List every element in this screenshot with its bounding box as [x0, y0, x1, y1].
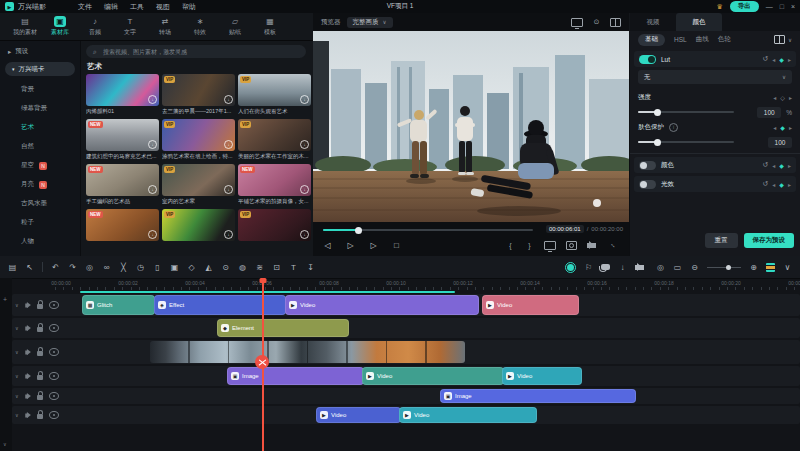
preview-viewport[interactable] — [313, 31, 629, 222]
audio-mixer-icon[interactable]: ≋ — [255, 263, 264, 272]
menu-item[interactable]: 文件 — [78, 2, 92, 12]
slider-knob[interactable] — [654, 109, 661, 116]
color-subtab[interactable]: 色轮 — [718, 35, 731, 44]
lock-icon[interactable] — [37, 351, 43, 356]
play-icon[interactable]: ▷ — [346, 241, 355, 250]
chevron-down-icon[interactable]: ∨ — [788, 37, 792, 43]
hide-icon[interactable] — [49, 301, 59, 309]
sidebar-group-stock[interactable]: ▾ 万兴喵卡 — [5, 62, 75, 76]
search-input[interactable] — [101, 48, 299, 56]
redo-icon[interactable]: ↷ — [68, 263, 77, 272]
download-icon[interactable]: ↓ — [300, 185, 309, 194]
marker-flag-icon[interactable]: ⚐ — [584, 263, 593, 272]
tab-color[interactable]: 颜色 — [676, 13, 722, 31]
download-icon[interactable]: ↓ — [148, 185, 157, 194]
display-icon[interactable] — [544, 241, 556, 250]
track-options-icon[interactable]: ∨ — [15, 373, 19, 379]
media-item[interactable]: NEW ↓ 平铺艺术家的拍摄肖像，女... — [238, 164, 311, 206]
sidebar-category[interactable]: 古风水墨 — [0, 194, 80, 213]
track-options-icon[interactable]: ∨ — [15, 393, 19, 399]
media-item[interactable]: VIP ↓ 去三藩的早晨——2017年1... — [162, 74, 235, 116]
light-toggle[interactable] — [639, 180, 656, 189]
reset-button[interactable]: 重置 — [705, 233, 738, 248]
reset-icon[interactable]: ↺ — [762, 55, 768, 63]
menu-item[interactable]: 工具 — [130, 2, 144, 12]
keyframe-next-icon[interactable]: ▸ — [788, 181, 791, 188]
download-icon[interactable]: ↓ — [224, 140, 233, 149]
clip-video[interactable]: ▶ Video — [285, 295, 479, 315]
keyframe-icon[interactable]: ◇ — [780, 94, 785, 101]
media-thumbnail[interactable]: VIP ↓ — [162, 164, 235, 196]
keyframe-prev-icon[interactable]: ◂ — [772, 162, 775, 169]
keyframe-next-icon[interactable]: ▸ — [789, 124, 792, 131]
download-icon[interactable]: ↓ — [224, 230, 233, 239]
sidebar-category[interactable]: 自然 — [0, 137, 80, 156]
mute-icon[interactable] — [25, 394, 27, 398]
media-view-icon[interactable]: ▤ — [8, 263, 17, 272]
media-item[interactable]: VIP ↓ — [162, 209, 235, 251]
mute-icon[interactable] — [25, 413, 27, 417]
keyframe-prev-icon[interactable]: ◂ — [773, 124, 776, 131]
sidebar-category[interactable]: 绿幕背景 — [0, 99, 80, 118]
compare-icon[interactable] — [610, 18, 621, 27]
keyframe-icon[interactable]: ◇ — [187, 263, 196, 272]
skin-protect-value[interactable]: 100 — [768, 137, 792, 148]
split-icon[interactable]: ╳ — [119, 263, 128, 272]
clip-filmstrip[interactable] — [150, 341, 465, 363]
track-options-icon[interactable]: ∨ — [15, 325, 19, 331]
lock-icon[interactable] — [37, 375, 43, 380]
mark-out-icon[interactable]: } — [525, 242, 534, 249]
mute-icon[interactable] — [25, 303, 27, 307]
menu-item[interactable]: 帮助 — [182, 2, 196, 12]
clip-video[interactable]: ▶ Video — [362, 367, 504, 385]
media-item[interactable]: VIP ↓ 室内的艺术家 — [162, 164, 235, 206]
hide-icon[interactable] — [49, 372, 59, 380]
lut-toggle[interactable] — [639, 55, 656, 64]
split-at-playhead-button[interactable] — [255, 355, 269, 369]
crop-icon[interactable]: ▣ — [170, 263, 179, 272]
clip-effect[interactable]: ◈ Effect — [154, 295, 286, 315]
collapse-tracks-icon[interactable]: ∨ — [3, 441, 7, 447]
track-row[interactable]: ∨ — [12, 388, 800, 404]
mark-in-icon[interactable]: { — [506, 242, 515, 249]
hide-icon[interactable] — [49, 411, 59, 419]
next-frame-icon[interactable]: ▷ — [369, 241, 378, 250]
media-thumbnail[interactable]: NEW ↓ — [86, 119, 159, 151]
save-preset-button[interactable]: 保存为预设 — [744, 233, 795, 248]
media-thumbnail[interactable]: VIP ↓ — [162, 119, 235, 151]
clip-video[interactable]: ▶ Video — [316, 407, 401, 423]
sidebar-category[interactable]: 粒子 — [0, 213, 80, 232]
keyframe-prev-icon[interactable]: ◂ — [773, 94, 776, 101]
sidebar-category[interactable]: 背景 — [0, 80, 80, 99]
sidebar-category[interactable]: 月亮 N — [0, 175, 80, 194]
track-row[interactable]: ∨ — [12, 318, 800, 338]
clip-video[interactable]: ▶ Video — [482, 295, 579, 315]
close-button[interactable]: × — [791, 3, 795, 10]
download-icon[interactable]: ↓ — [224, 185, 233, 194]
keyframe-icon[interactable]: ◆ — [779, 56, 784, 63]
reset-icon[interactable]: ↺ — [762, 180, 768, 188]
color-subtab[interactable]: 基础 — [638, 34, 665, 46]
undo-icon[interactable]: ↶ — [51, 263, 60, 272]
media-thumbnail[interactable]: VIP ↓ — [238, 119, 311, 151]
tab-my-media[interactable]: ▤ 我的素材 — [8, 16, 42, 37]
color-subtab[interactable]: 曲线 — [696, 35, 709, 44]
keyframe-icon[interactable]: ◆ — [779, 162, 784, 169]
mask-icon[interactable]: ◍ — [238, 263, 247, 272]
download-icon[interactable]: ↓ — [300, 95, 309, 104]
tab-stickers[interactable]: ▱ 贴纸 — [218, 16, 252, 37]
tab-text[interactable]: T 文字 — [113, 16, 147, 37]
media-item[interactable]: VIP ↓ 涂鸦艺术家在墙上绘画，特... — [162, 119, 235, 161]
mute-icon[interactable] — [25, 374, 27, 378]
info-icon[interactable]: i — [669, 123, 678, 132]
record-screen-icon[interactable]: ⊡ — [272, 263, 281, 272]
seekbar-knob[interactable] — [355, 227, 362, 234]
menu-item[interactable]: 编辑 — [104, 2, 118, 12]
skin-protect-slider[interactable] — [638, 141, 734, 143]
tab-audio[interactable]: ♪ 音频 — [78, 16, 112, 37]
download-icon[interactable]: ↓ — [300, 230, 309, 239]
lock-icon[interactable] — [37, 304, 43, 309]
clip-element[interactable]: ◆ Element — [217, 319, 349, 337]
fit-icon[interactable]: ▭ — [673, 263, 682, 272]
keyframe-next-icon[interactable]: ▸ — [789, 94, 792, 101]
